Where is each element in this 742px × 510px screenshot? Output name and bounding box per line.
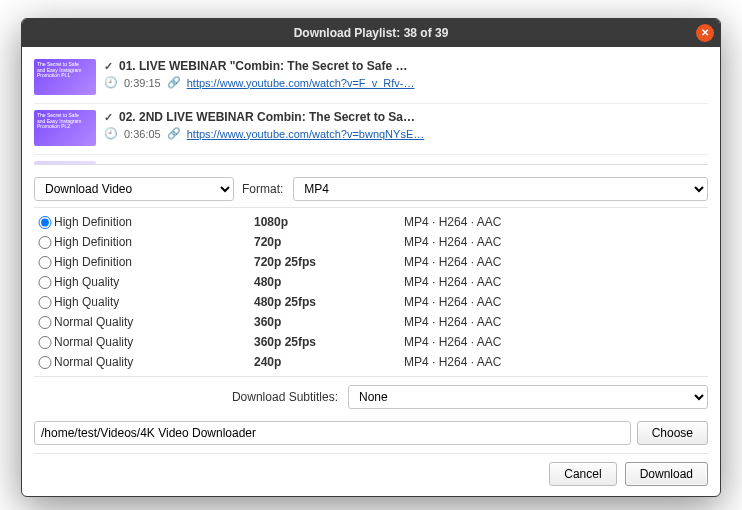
quality-resolution: 720p (254, 235, 404, 249)
subtitles-label: Download Subtitles: (232, 390, 338, 404)
quality-radio[interactable] (36, 276, 54, 289)
quality-name: High Definition (54, 215, 254, 229)
quality-resolution: 240p (254, 355, 404, 369)
item-duration: 0:36:05 (124, 128, 161, 140)
titlebar: Download Playlist: 38 of 39 ✕ (22, 19, 720, 47)
item-url[interactable]: https://www.youtube.com/watch?v=bwnqNYsE… (187, 128, 425, 140)
item-title: 01. LIVE WEBINAR "Combin: The Secret to … (119, 59, 407, 73)
video-thumbnail: The Secret to Safeand Easy InstagramProm… (34, 59, 96, 95)
item-url[interactable]: https://www.youtube.com/watch?v=F_v_Rfv-… (187, 77, 415, 89)
quality-codec: MP4 · H264 · AAC (404, 215, 706, 229)
quality-resolution: 360p 25fps (254, 335, 404, 349)
dialog-content: The Secret to Safeand Easy InstagramProm… (22, 47, 720, 496)
playlist-item[interactable]: The Secret to Safeand Easy InstagramProm… (34, 53, 708, 104)
download-mode-select[interactable]: Download Video (34, 177, 234, 201)
video-thumbnail: The Secret to Safeand Easy InstagramProm… (34, 110, 96, 146)
link-icon: 🔗 (167, 127, 181, 140)
video-thumbnail (34, 161, 96, 165)
playlist-item[interactable]: The Secret to Safeand Easy InstagramProm… (34, 104, 708, 155)
quality-radio[interactable] (36, 336, 54, 349)
quality-radio[interactable] (36, 236, 54, 249)
quality-row[interactable]: Normal Quality360pMP4 · H264 · AAC (34, 312, 708, 332)
quality-resolution: 480p 25fps (254, 295, 404, 309)
choose-button[interactable]: Choose (637, 421, 708, 445)
link-icon: 🔗 (167, 76, 181, 89)
path-input[interactable] (34, 421, 631, 445)
quality-radio[interactable] (36, 216, 54, 229)
quality-codec: MP4 · H264 · AAC (404, 275, 706, 289)
quality-radio[interactable] (36, 256, 54, 269)
quality-resolution: 360p (254, 315, 404, 329)
quality-row[interactable]: Normal Quality360p 25fpsMP4 · H264 · AAC (34, 332, 708, 352)
download-button[interactable]: Download (625, 462, 708, 486)
quality-codec: MP4 · H264 · AAC (404, 255, 706, 269)
clock-icon: 🕘 (104, 127, 118, 140)
dialog-window: Download Playlist: 38 of 39 ✕ The Secret… (21, 18, 721, 497)
format-label: Format: (242, 182, 283, 196)
quality-codec: MP4 · H264 · AAC (404, 355, 706, 369)
quality-row[interactable]: High Definition720p 25fpsMP4 · H264 · AA… (34, 252, 708, 272)
clock-icon: 🕘 (104, 76, 118, 89)
quality-row[interactable]: High Definition720pMP4 · H264 · AAC (34, 232, 708, 252)
quality-codec: MP4 · H264 · AAC (404, 295, 706, 309)
check-icon[interactable]: ✓ (104, 60, 113, 73)
cancel-button[interactable]: Cancel (549, 462, 616, 486)
quality-name: Normal Quality (54, 315, 254, 329)
quality-name: Normal Quality (54, 335, 254, 349)
quality-resolution: 480p (254, 275, 404, 289)
playlist-list[interactable]: The Secret to Safeand Easy InstagramProm… (34, 53, 708, 165)
quality-row[interactable]: Normal Quality240pMP4 · H264 · AAC (34, 352, 708, 372)
quality-radio[interactable] (36, 316, 54, 329)
quality-resolution: 1080p (254, 215, 404, 229)
quality-resolution: 720p 25fps (254, 255, 404, 269)
quality-row[interactable]: High Quality480pMP4 · H264 · AAC (34, 272, 708, 292)
window-title: Download Playlist: 38 of 39 (294, 26, 449, 40)
quality-name: Normal Quality (54, 355, 254, 369)
playlist-item[interactable] (34, 155, 708, 165)
quality-codec: MP4 · H264 · AAC (404, 315, 706, 329)
quality-list: High Definition1080pMP4 · H264 · AACHigh… (34, 207, 708, 377)
quality-radio[interactable] (36, 356, 54, 369)
quality-name: High Definition (54, 255, 254, 269)
format-select[interactable]: MP4 (293, 177, 708, 201)
quality-codec: MP4 · H264 · AAC (404, 235, 706, 249)
quality-name: High Quality (54, 295, 254, 309)
item-title: 02. 2ND LIVE WEBINAR Combin: The Secret … (119, 110, 415, 124)
quality-codec: MP4 · H264 · AAC (404, 335, 706, 349)
quality-radio[interactable] (36, 296, 54, 309)
item-duration: 0:39:15 (124, 77, 161, 89)
subtitles-select[interactable]: None (348, 385, 708, 409)
quality-row[interactable]: High Quality480p 25fpsMP4 · H264 · AAC (34, 292, 708, 312)
quality-name: High Definition (54, 235, 254, 249)
quality-row[interactable]: High Definition1080pMP4 · H264 · AAC (34, 212, 708, 232)
check-icon[interactable]: ✓ (104, 111, 113, 124)
close-icon[interactable]: ✕ (696, 24, 714, 42)
quality-name: High Quality (54, 275, 254, 289)
